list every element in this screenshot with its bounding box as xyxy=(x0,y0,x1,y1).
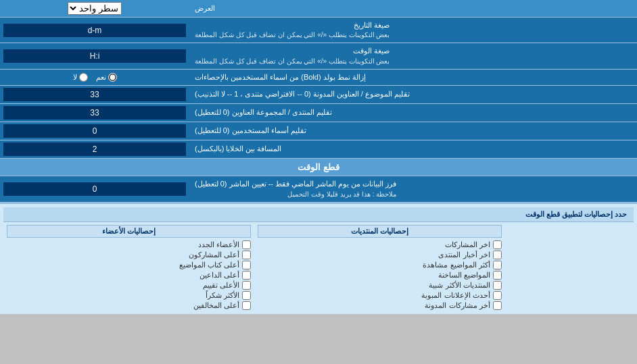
stat-item-members-0: الأعضاء الجدد xyxy=(7,240,251,250)
cutoff-days-row: فرز البيانات من يوم الماشر الماضي فقط --… xyxy=(0,176,637,202)
stat-item-posts-3: المواضيع الساخنة xyxy=(258,270,502,280)
stat-checkbox-members-4[interactable] xyxy=(242,281,251,290)
stat-checkbox-posts-3[interactable] xyxy=(493,271,502,280)
stat-checkbox-members-6[interactable] xyxy=(242,301,251,310)
usernames-label: تقليم أسماء المستخدمين (0 للتعطيل) xyxy=(189,122,637,140)
stats-columns: إحصاليات المنتديات اخر المشاركات اخر أخب… xyxy=(3,225,634,311)
topic-titles-title: تقليم الموضوع / العناوين المدونة (0 -- ا… xyxy=(195,89,410,99)
date-format-input[interactable] xyxy=(3,24,186,37)
time-format-row: صيغة الوقت بعض التكوينات يتطلب «/» التي … xyxy=(0,43,637,69)
time-format-sublabel: بعض التكوينات يتطلب «/» التي يمكن ان تضا… xyxy=(195,57,390,66)
usernames-input[interactable] xyxy=(3,124,186,138)
stat-checkbox-posts-0[interactable] xyxy=(493,240,502,249)
header-row: العرض سطر واحد xyxy=(0,0,637,18)
stat-checkbox-posts-5[interactable] xyxy=(493,291,502,300)
stat-checkbox-posts-4[interactable] xyxy=(493,281,502,290)
stat-item-posts-2: أكثر المواضيع مشاهدة xyxy=(258,260,502,270)
time-format-input-wrap xyxy=(0,43,189,68)
cutoff-days-title: فرز البيانات من يوم الماشر الماضي فقط --… xyxy=(195,179,396,189)
cutoff-section-header: قطع الوقت xyxy=(0,159,637,176)
cell-spacing-label: المسافة بين الخلايا (بالبكسل) xyxy=(189,140,637,158)
stats-col-members: إحصاليات الأعضاء الأعضاء الجدد أعلى المش… xyxy=(3,225,254,311)
bold-yes-radio[interactable] xyxy=(108,73,117,82)
main-container: العرض سطر واحد صيغة التاريخ بعض التكوينا… xyxy=(0,0,637,314)
topic-titles-row: تقليم الموضوع / العناوين المدونة (0 -- ا… xyxy=(0,86,637,104)
cutoff-title: قطع الوقت xyxy=(298,162,339,172)
cutoff-days-input[interactable] xyxy=(3,182,186,196)
bold-yes-label[interactable]: نعم xyxy=(96,73,117,82)
forum-titles-title: تقليم المنتدى / المجموعة العناوين (0 للت… xyxy=(195,107,332,118)
posts-stats-title: إحصاليات المنتديات xyxy=(258,225,502,238)
stat-item-members-1: أعلى المشاركون xyxy=(7,250,251,260)
stat-checkbox-members-5[interactable] xyxy=(242,291,251,300)
time-format-title: صيغة الوقت xyxy=(195,46,390,56)
stat-checkbox-posts-2[interactable] xyxy=(493,261,502,269)
header-input-area: سطر واحد xyxy=(0,0,189,17)
bold-remove-label: إزالة نمط بولد (Bold) من اسماء المستخدمي… xyxy=(189,70,637,85)
bold-remove-input-wrap: نعم لا xyxy=(0,70,189,85)
cell-spacing-title: المسافة بين الخلايا (بالبكسل) xyxy=(195,144,282,154)
cutoff-days-input-wrap xyxy=(0,176,189,201)
topic-titles-input[interactable] xyxy=(3,88,186,101)
stats-apply-label: حدد إحصاليات لتطبيق قطع الوقت xyxy=(525,210,627,219)
bold-no-radio[interactable] xyxy=(79,73,88,82)
cell-spacing-input[interactable] xyxy=(3,142,186,156)
stat-checkbox-members-3[interactable] xyxy=(242,271,251,280)
members-stats-title: إحصاليات الأعضاء xyxy=(7,225,251,238)
stat-item-posts-6: أخر مشاركات المدونة xyxy=(258,301,502,311)
date-format-input-wrap xyxy=(0,18,189,43)
bold-remove-row: إزالة نمط بولد (Bold) من اسماء المستخدمي… xyxy=(0,70,637,86)
header-title: العرض xyxy=(195,4,215,13)
stat-checkbox-posts-6[interactable] xyxy=(493,301,502,310)
stat-checkbox-posts-1[interactable] xyxy=(493,251,502,259)
stat-checkbox-members-1[interactable] xyxy=(242,251,251,259)
usernames-title: تقليم أسماء المستخدمين (0 للتعطيل) xyxy=(195,126,306,136)
stats-section: حدد إحصاليات لتطبيق قطع الوقت إحصاليات ا… xyxy=(0,203,637,314)
bold-no-label[interactable]: لا xyxy=(73,73,88,82)
usernames-row: تقليم أسماء المستخدمين (0 للتعطيل) xyxy=(0,122,637,140)
stat-item-members-6: أعلى المخالفين xyxy=(7,301,251,311)
time-format-label: صيغة الوقت بعض التكوينات يتطلب «/» التي … xyxy=(189,43,637,68)
bold-radio-group: نعم لا xyxy=(73,73,117,82)
topic-titles-label: تقليم الموضوع / العناوين المدونة (0 -- ا… xyxy=(189,86,637,103)
forum-titles-input-wrap xyxy=(0,104,189,122)
stat-checkbox-members-2[interactable] xyxy=(242,261,251,269)
stats-col-empty xyxy=(505,225,634,311)
stat-item-posts-1: اخر أخبار المنتدى xyxy=(258,250,502,260)
date-format-title: صيغة التاريخ xyxy=(195,20,390,30)
time-format-input[interactable] xyxy=(3,49,186,63)
stat-item-posts-5: أحدث الإعلانات المبوبة xyxy=(258,290,502,301)
display-dropdown[interactable]: سطر واحد xyxy=(68,2,122,15)
cutoff-days-sublabel: ملاحظة : هذا قد يريد قليلا وقت التحميل xyxy=(195,190,396,199)
forum-titles-input[interactable] xyxy=(3,106,186,120)
cutoff-days-label: فرز البيانات من يوم الماشر الماضي فقط --… xyxy=(189,176,637,201)
date-format-row: صيغة التاريخ بعض التكوينات يتطلب «/» الت… xyxy=(0,18,637,43)
stat-item-members-4: الأعلى تقييم xyxy=(7,280,251,290)
stat-checkbox-members-0[interactable] xyxy=(242,240,251,249)
stat-item-members-5: الأكثر شكراً xyxy=(7,290,251,301)
header-label: العرض xyxy=(189,0,637,17)
usernames-input-wrap xyxy=(0,122,189,140)
stat-item-posts-0: اخر المشاركات xyxy=(258,240,502,250)
stats-col-posts: إحصاليات المنتديات اخر المشاركات اخر أخب… xyxy=(254,225,505,311)
cell-spacing-input-wrap xyxy=(0,140,189,158)
cell-spacing-row: المسافة بين الخلايا (بالبكسل) xyxy=(0,140,637,159)
date-format-sublabel: بعض التكوينات يتطلب «/» التي يمكن ان تضا… xyxy=(195,30,390,40)
forum-titles-label: تقليم المنتدى / المجموعة العناوين (0 للت… xyxy=(189,104,637,122)
topic-titles-input-wrap xyxy=(0,86,189,103)
stats-header: حدد إحصاليات لتطبيق قطع الوقت xyxy=(3,207,634,222)
stat-item-members-2: أعلى كتاب المواضيع xyxy=(7,260,251,270)
stat-item-posts-4: المنتديات الأكثر شبية xyxy=(258,280,502,290)
forum-titles-row: تقليم المنتدى / المجموعة العناوين (0 للت… xyxy=(0,104,637,122)
bold-remove-title: إزالة نمط بولد (Bold) من اسماء المستخدمي… xyxy=(195,72,366,82)
date-format-label: صيغة التاريخ بعض التكوينات يتطلب «/» الت… xyxy=(189,18,637,43)
stat-item-members-3: أعلى الداعين xyxy=(7,270,251,280)
